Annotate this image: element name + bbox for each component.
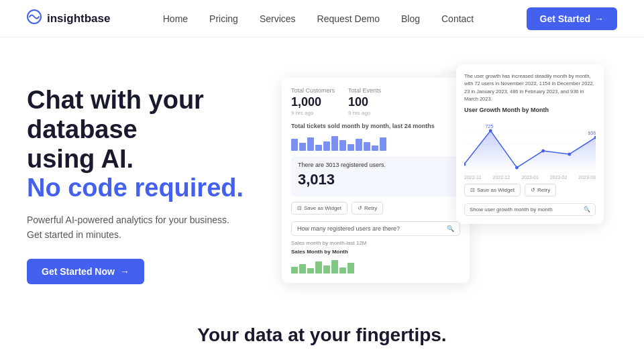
hero-title: Chat with your database using AI. No cod… — [27, 86, 255, 203]
main-nav: Home Pricing Services Request Demo Blog … — [163, 13, 474, 24]
retry-button-2[interactable]: ↺ Retry — [525, 184, 556, 196]
query-bar-2[interactable]: Show user growth month by month 🔍 — [464, 203, 596, 216]
line-chart: 725 936 — [464, 117, 596, 171]
action-buttons: ⊡ Save as Widget ↺ Retry — [291, 202, 460, 215]
tickets-chart — [291, 135, 460, 151]
logo-text: insightbase — [47, 12, 110, 25]
line-chart-labels: 2022-11 2022-12 2023-01 2023-02 2023-03 — [464, 175, 596, 180]
bottom-title: Your data at your fingertips. — [0, 324, 644, 346]
nav-services[interactable]: Services — [260, 13, 296, 24]
svg-point-7 — [541, 149, 545, 153]
stats-row: Total Customers 1,000 9 hrs ago Total Ev… — [291, 87, 460, 116]
nav-pricing[interactable]: Pricing — [209, 13, 238, 24]
hero-text: Chat with your database using AI. No cod… — [27, 86, 255, 284]
header-get-started-button[interactable]: Get Started → — [527, 7, 617, 30]
search-icon: 🔍 — [447, 225, 454, 232]
nav-home[interactable]: Home — [163, 13, 188, 24]
chat-bubble: There are 3013 registered users. 3,013 — [291, 156, 460, 196]
header: insightbase Home Pricing Services Reques… — [0, 0, 644, 38]
hero-subtitle: Powerful AI-powered analytics for your b… — [27, 213, 255, 243]
query-bar-1[interactable]: How many registered users are there? 🔍 — [291, 221, 460, 236]
save-widget-button-2[interactable]: ⊡ Save as Widget — [464, 184, 521, 196]
svg-point-8 — [568, 153, 571, 156]
nav-request-demo[interactable]: Request Demo — [317, 13, 380, 24]
search-icon-2: 🔍 — [584, 206, 590, 213]
stat-events: Total Events 100 9 hrs ago — [348, 87, 381, 116]
analytics-card-1: Total Customers 1,000 9 hrs ago Total Ev… — [282, 78, 470, 283]
dashboard-preview: Total Customers 1,000 9 hrs ago Total Ev… — [282, 64, 617, 306]
hero-cta-button[interactable]: Get Started Now → — [27, 259, 144, 284]
logo-icon — [27, 9, 42, 28]
logo: insightbase — [27, 9, 110, 28]
svg-point-6 — [515, 166, 519, 170]
retry-button-1[interactable]: ↺ Retry — [352, 202, 383, 215]
bottom-section: Your data at your fingertips. — [0, 306, 644, 346]
nav-contact[interactable]: Contact — [441, 13, 474, 24]
save-widget-button-1[interactable]: ⊡ Save as Widget — [291, 202, 347, 215]
svg-text:936: 936 — [588, 131, 596, 135]
hero-section: Chat with your database using AI. No cod… — [0, 38, 644, 306]
nav-blog[interactable]: Blog — [401, 13, 420, 24]
analytics-card-2: The user growth has increased steadily m… — [456, 64, 604, 224]
svg-text:725: 725 — [486, 124, 494, 129]
svg-point-5 — [489, 129, 492, 133]
action-buttons-2: ⊡ Save as Widget ↺ Retry — [464, 184, 596, 196]
stat-customers: Total Customers 1,000 9 hrs ago — [291, 87, 335, 116]
sales-chart — [291, 257, 460, 274]
